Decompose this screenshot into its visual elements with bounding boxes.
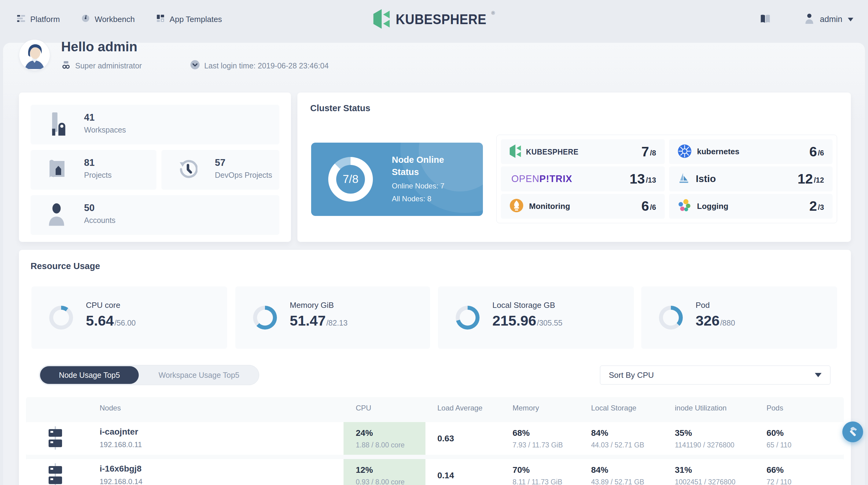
page-greeting: Hello admin [61, 39, 137, 54]
kubernetes-icon [678, 144, 692, 159]
service-name: Istio [696, 173, 716, 185]
node-server-icon [47, 463, 64, 485]
service-total: /12 [814, 176, 824, 192]
col-load: Load Average [437, 404, 483, 412]
workspaces-stat[interactable]: 41 Workspaces [31, 105, 279, 144]
service-value: 6 [641, 198, 649, 214]
memory-used: 51.47 [290, 312, 326, 329]
cpu-gauge: CPU core 5.64/56.00 [31, 287, 227, 349]
memory-detail: 8.11 / 11.73 GiB [513, 478, 562, 485]
service-name: Monitoring [529, 201, 570, 211]
avatar [19, 40, 50, 70]
all-nodes-label: All Nodes: 8 [392, 195, 431, 203]
cpu-detail: 1.88 / 8.00 core [356, 441, 405, 449]
pod-gauge: Pod 326/880 [641, 287, 837, 349]
nav-app-templates-label: App Templates [169, 15, 222, 24]
service-total: /3 [818, 203, 824, 219]
app-templates-icon [156, 14, 165, 25]
resource-usage-card: Resource Usage CPU core 5.64/56.00 Memor… [19, 250, 851, 485]
toolbox-button[interactable] [842, 421, 863, 442]
inode-percent: 35% [675, 428, 692, 438]
service-name-bold: P!TRIX [539, 173, 572, 185]
projects-stat[interactable]: 81 Projects [31, 150, 156, 190]
cluster-services-grid: KUBESPHERE 7/8 kubernetes 6/6 OPEN P!TRI… [496, 135, 837, 223]
service-openpitrix: OPEN P!TRIX 13/13 [501, 166, 665, 191]
user-menu[interactable]: admin [804, 13, 853, 26]
top-nav: Platform Workbench App Templates KUBESPH… [0, 0, 868, 39]
node-online-title: Node Online Status [392, 154, 468, 178]
last-login: Last login time: 2019-06-28 23:46:04 [190, 60, 329, 71]
col-cpu: CPU [356, 404, 371, 412]
dropdown-caret-icon [815, 373, 822, 377]
storage-donut [456, 306, 479, 329]
pod-total: /880 [720, 319, 735, 327]
col-nodes: Nodes [100, 404, 121, 412]
last-login-label: Last login time: 2019-06-28 23:46:04 [204, 61, 329, 70]
cpu-cell: 12% 0.93 / 8.00 core [344, 459, 426, 485]
service-logging: Logging 2/3 [669, 194, 833, 219]
accounts-stat[interactable]: 50 Accounts [31, 195, 279, 235]
accounts-label: Accounts [84, 216, 116, 225]
workspaces-icon [48, 112, 68, 137]
inode-detail: 1141190 / 3276800 [675, 441, 735, 449]
nav-app-templates[interactable]: App Templates [156, 14, 222, 25]
user-role: Super administrator [61, 60, 142, 71]
node-server-icon [47, 426, 64, 451]
pods-detail: 65 / 110 [767, 441, 791, 449]
chevron-down-icon [848, 18, 853, 21]
service-istio: Istio 12/12 [669, 166, 833, 191]
workspaces-label: Workspaces [84, 126, 126, 134]
sort-by-dropdown[interactable]: Sort By CPU [600, 365, 830, 385]
node-usage-table: Nodes CPU Load Average Memory Local Stor… [26, 397, 844, 485]
node-name: i-caojnter [100, 427, 138, 437]
pod-used: 326 [695, 312, 719, 329]
kubesphere-logo[interactable]: KUBESPHERE ® [373, 0, 495, 39]
pods-percent: 60% [767, 428, 784, 438]
user-role-label: Super administrator [75, 61, 142, 70]
nav-platform-label: Platform [30, 15, 60, 24]
cluster-status-card: Cluster Status 7/8 Node Online Status On… [298, 93, 851, 242]
storage-gauge: Local Storage GB 215.96/305.55 [438, 287, 634, 349]
memory-donut [253, 306, 277, 329]
workspaces-count: 41 [84, 112, 94, 123]
tab-node-usage[interactable]: Node Usage Top5 [40, 366, 139, 384]
accounts-icon [48, 203, 65, 227]
projects-label: Projects [84, 171, 112, 180]
service-value: 2 [809, 198, 817, 214]
nav-platform[interactable]: Platform [17, 14, 60, 25]
storage-percent: 84% [591, 465, 608, 475]
devops-stat[interactable]: 57 DevOps Projects [161, 150, 279, 190]
service-name: Logging [697, 201, 728, 211]
inode-detail: 1002451 / 3276800 [675, 478, 735, 485]
devops-count: 57 [215, 157, 225, 168]
node-online-status-panel[interactable]: 7/8 Node Online Status Online Nodes: 7 A… [311, 142, 483, 216]
clock-badge-icon [190, 60, 200, 71]
table-row[interactable]: i-16x6bgj8 192.168.0.14 12% 0.93 / 8.00 … [26, 459, 844, 485]
memory-detail: 7.93 / 11.73 GiB [513, 441, 563, 449]
hammer-icon [847, 425, 859, 438]
brand-registered-mark: ® [491, 10, 495, 16]
node-online-donut: 7/8 [328, 157, 373, 201]
service-total: /6 [650, 203, 656, 219]
cpu-percent: 24% [356, 428, 373, 438]
user-name: admin [820, 15, 842, 24]
pod-gauge-label: Pod [695, 300, 710, 310]
node-name: i-16x6bgj8 [100, 464, 142, 474]
cluster-status-title: Cluster Status [310, 103, 370, 113]
table-row[interactable]: i-caojnter 192.168.0.11 24% 1.88 / 8.00 … [26, 422, 844, 455]
storage-gauge-label: Local Storage GB [492, 300, 555, 310]
cpu-total: /56.00 [114, 319, 136, 327]
nav-workbench[interactable]: Workbench [81, 14, 135, 25]
cpu-percent: 12% [356, 465, 373, 475]
col-inode: inode Utilization [675, 404, 726, 412]
service-kubesphere: KUBESPHERE 7/8 [501, 139, 665, 164]
service-total: /13 [646, 176, 656, 192]
service-value: 7 [641, 144, 649, 160]
workbench-icon [81, 14, 90, 25]
memory-percent: 68% [513, 428, 530, 438]
projects-count: 81 [84, 157, 94, 168]
istio-icon [678, 172, 690, 186]
tab-workspace-usage[interactable]: Workspace Usage Top5 [139, 365, 259, 385]
docs-book-icon[interactable] [760, 14, 771, 25]
service-total: /8 [650, 149, 656, 165]
